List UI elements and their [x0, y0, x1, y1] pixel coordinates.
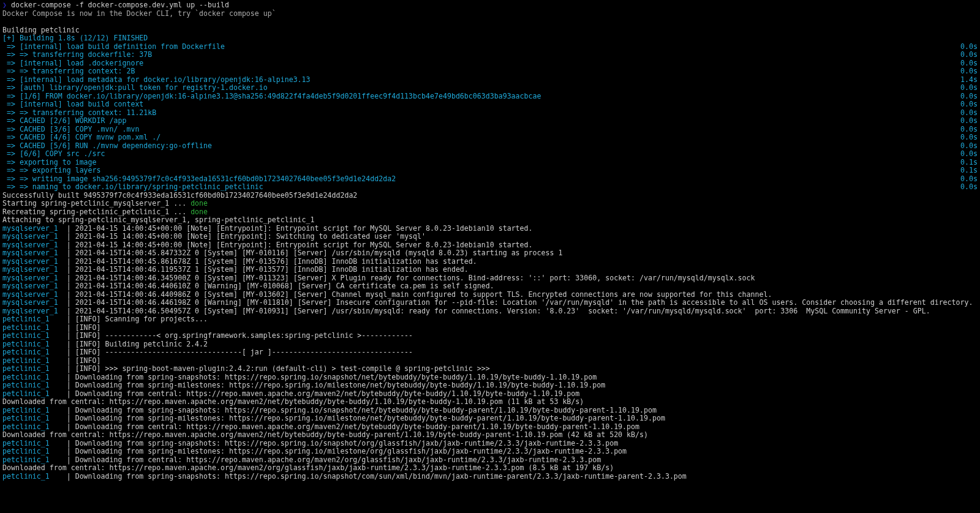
service-prefix: petclinic_1	[2, 455, 50, 464]
build-step: => [internal] load build context0.0s	[2, 100, 978, 109]
service-prefix: petclinic_1	[2, 406, 50, 414]
service-prefix: mysqlserver_1	[2, 274, 58, 282]
log-line: mysqlserver_1 | 2021-04-15T14:00:46.4409…	[2, 291, 978, 299]
log-line: petclinic_1 | [INFO] Scanning for projec…	[2, 315, 978, 324]
build-step: => => transferring dockerfile: 37B0.0s	[2, 51, 978, 59]
log-line: petclinic_1 | Downloading from central: …	[2, 423, 978, 432]
log-line: petclinic_1 | Downloading from spring-mi…	[2, 447, 978, 456]
service-prefix: mysqlserver_1	[2, 257, 58, 266]
service-prefix: petclinic_1	[2, 472, 50, 481]
build-step-text: => CACHED [5/6] RUN ./mvnw dependency:go…	[2, 142, 212, 151]
log-line: mysqlserver_1 | 2021-04-15T14:00:45.8473…	[2, 249, 978, 258]
build-step-text: => => transferring context: 11.21kB	[2, 109, 156, 118]
build-step-time: 0.0s	[960, 175, 978, 184]
build-step-time: 0.0s	[960, 150, 978, 159]
service-prefix: petclinic_1	[2, 340, 50, 348]
log-line: petclinic_1 | Downloading from spring-mi…	[2, 414, 978, 423]
log-line: mysqlserver_1 | 2021-04-15 14:00:45+00:0…	[2, 241, 978, 250]
log-line: petclinic_1 | [INFO] ------------< org.s…	[2, 332, 978, 340]
build-step-time: 0.0s	[960, 92, 978, 101]
service-prefix: mysqlserver_1	[2, 282, 58, 290]
log-line: Downloaded from central: https://repo.ma…	[2, 464, 978, 473]
service-prefix: mysqlserver_1	[2, 232, 58, 241]
service-prefix: petclinic_1	[2, 331, 50, 340]
build-step: => => transferring context: 2B0.0s	[2, 67, 978, 76]
build-step-time: 0.0s	[960, 117, 978, 125]
service-prefix: petclinic_1	[2, 364, 50, 373]
log-line: mysqlserver_1 | 2021-04-15T14:00:46.5049…	[2, 307, 978, 316]
attach-line: Attaching to spring-petclinic_mysqlserve…	[2, 216, 978, 225]
log-line: petclinic_1 | Downloading from spring-sn…	[2, 406, 978, 415]
service-prefix: petclinic_1	[2, 348, 50, 356]
build-step: => CACHED [5/6] RUN ./mvnw dependency:go…	[2, 142, 978, 151]
build-step-time: 0.1s	[960, 159, 978, 167]
build-step-text: => [6/6] COPY src ./src	[2, 150, 105, 159]
service-prefix: petclinic_1	[2, 414, 50, 422]
service-prefix: mysqlserver_1	[2, 249, 58, 257]
log-line: petclinic_1 | Downloading from spring-sn…	[2, 373, 978, 382]
build-step-time: 0.0s	[960, 142, 978, 151]
service-prefix: mysqlserver_1	[2, 298, 58, 307]
progress-header: [+] Building 1.8s (12/12) FINISHED	[2, 34, 978, 43]
service-prefix: mysqlserver_1	[2, 224, 58, 233]
build-step-text: => [internal] load .dockerignore	[2, 59, 143, 68]
build-step-time: 1.4s	[960, 76, 978, 84]
build-step-text: => [1/6] FROM docker.io/library/openjdk:…	[2, 92, 541, 101]
log-line: petclinic_1 | Downloading from central: …	[2, 390, 978, 399]
build-step-time: 0.0s	[960, 109, 978, 118]
build-step: => CACHED [2/6] WORKDIR /app0.0s	[2, 117, 978, 125]
log-line: mysqlserver_1 | 2021-04-15 14:00:45+00:0…	[2, 233, 978, 241]
build-step: => CACHED [3/6] COPY .mvn/ .mvn0.0s	[2, 125, 978, 134]
compose-hint: Docker Compose is now in the Docker CLI,…	[2, 10, 978, 18]
service-prefix: petclinic_1	[2, 447, 50, 455]
log-line: mysqlserver_1 | 2021-04-15T14:00:46.1195…	[2, 266, 978, 274]
service-prefix: petclinic_1	[2, 439, 50, 447]
service-prefix: petclinic_1	[2, 356, 50, 365]
service-prefix: petclinic_1	[2, 323, 50, 332]
build-step: => CACHED [4/6] COPY mvnw pom.xml ./0.0s	[2, 133, 978, 142]
service-prefix: petclinic_1	[2, 373, 50, 381]
log-line: petclinic_1 | [INFO]	[2, 324, 978, 332]
build-step-time: 0.0s	[960, 133, 978, 142]
build-step-time: 0.0s	[960, 43, 978, 51]
build-step-text: => [internal] load build context	[2, 100, 143, 109]
build-step-text: => => exporting layers	[2, 167, 101, 175]
build-step-text: => [auth] library/openjdk:pull token for…	[2, 84, 268, 92]
build-step-text: => => transferring context: 2B	[2, 67, 135, 76]
build-step-time: 0.0s	[960, 125, 978, 134]
build-step-text: => CACHED [2/6] WORKDIR /app	[2, 117, 126, 125]
build-step: => [internal] load metadata for docker.i…	[2, 76, 978, 84]
terminal-output[interactable]: ❯ docker-compose -f docker-compose.dev.y…	[0, 0, 980, 481]
service-prefix: petclinic_1	[2, 381, 50, 389]
build-step-text: => [internal] load build definition from…	[2, 43, 225, 51]
log-line: petclinic_1 | Downloading from spring-sn…	[2, 440, 978, 448]
build-step: => exporting to image0.1s	[2, 159, 978, 167]
log-line: petclinic_1 | [INFO] Building petclinic …	[2, 340, 978, 349]
build-step-time: 0.0s	[960, 67, 978, 76]
service-prefix: mysqlserver_1	[2, 290, 58, 299]
log-line: petclinic_1 | [INFO] >>> spring-boot-mav…	[2, 365, 978, 373]
done-word: done	[190, 199, 208, 208]
service-prefix: mysqlserver_1	[2, 307, 58, 315]
build-step: => => transferring context: 11.21kB0.0s	[2, 109, 978, 118]
starting-line: Starting spring-petclinic_mysqlserver_1 …	[2, 200, 978, 208]
build-step-time: 0.0s	[960, 183, 978, 192]
log-line: mysqlserver_1 | 2021-04-15T14:00:46.4406…	[2, 282, 978, 291]
recreating-line: Recreating spring-petclinic_petclinic_1 …	[2, 208, 978, 217]
done-word: done	[190, 208, 208, 216]
log-line: mysqlserver_1 | 2021-04-15T14:00:45.8616…	[2, 258, 978, 266]
log-line: petclinic_1 | [INFO]	[2, 357, 978, 365]
log-line: petclinic_1 | Downloading from spring-mi…	[2, 381, 978, 390]
blank-line	[2, 18, 978, 26]
build-step-text: => CACHED [3/6] COPY .mvn/ .mvn	[2, 125, 139, 134]
service-prefix: petclinic_1	[2, 422, 50, 431]
log-line: petclinic_1 | Downloading from spring-sn…	[2, 473, 978, 481]
log-line: petclinic_1 | [INFO] -------------------…	[2, 348, 978, 357]
build-step: => => writing image sha256:9495379f7c0c4…	[2, 175, 978, 184]
command-text: docker-compose -f docker-compose.dev.yml…	[11, 1, 229, 9]
build-step-time: 0.0s	[960, 59, 978, 68]
build-step-time: 0.0s	[960, 84, 978, 92]
build-success: Successfully built 9495379f7c0c4f933eda1…	[2, 192, 978, 200]
build-step-time: 0.1s	[960, 167, 978, 175]
service-prefix: petclinic_1	[2, 315, 50, 323]
